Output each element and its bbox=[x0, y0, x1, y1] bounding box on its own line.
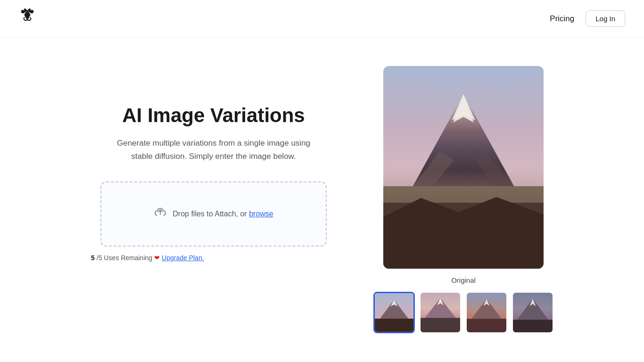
logo-icon bbox=[19, 8, 36, 29]
svg-rect-25 bbox=[513, 320, 553, 332]
left-panel: AI Image Variations Generate multiple va… bbox=[91, 66, 336, 262]
svg-rect-21 bbox=[467, 319, 506, 332]
main-image bbox=[383, 66, 544, 269]
thumbnail-1[interactable] bbox=[373, 292, 415, 333]
file-dropzone[interactable]: Drop files to Attach, or browse bbox=[100, 181, 327, 247]
browse-link[interactable]: browse bbox=[249, 210, 273, 218]
heart-icon: ❤ bbox=[154, 254, 160, 262]
thumbnail-2[interactable] bbox=[420, 292, 461, 333]
usage-remaining-text: /5 Uses Remaining bbox=[97, 254, 152, 262]
hero-subtitle: Generate multiple variations from a sing… bbox=[115, 137, 313, 162]
right-panel: Original bbox=[374, 66, 553, 333]
main-content: AI Image Variations Generate multiple va… bbox=[0, 38, 644, 362]
svg-point-0 bbox=[25, 15, 29, 19]
upgrade-link[interactable]: Upgrade Plan. bbox=[162, 254, 204, 262]
thumbnail-4[interactable] bbox=[512, 292, 553, 333]
navbar: Pricing Log In bbox=[0, 0, 644, 38]
svg-rect-13 bbox=[375, 319, 413, 332]
dropzone-content: Drop files to Attach, or browse bbox=[154, 206, 273, 222]
thumbnail-3[interactable] bbox=[466, 292, 507, 333]
login-button[interactable]: Log In bbox=[586, 10, 625, 27]
usage-line: 5 /5 Uses Remaining ❤ Upgrade Plan. bbox=[91, 254, 204, 262]
upload-icon bbox=[154, 206, 167, 222]
svg-rect-17 bbox=[421, 318, 460, 332]
image-label: Original bbox=[451, 276, 476, 284]
logo[interactable] bbox=[19, 8, 36, 29]
pricing-link[interactable]: Pricing bbox=[550, 14, 574, 24]
hero-title: AI Image Variations bbox=[122, 104, 305, 127]
thumbnails bbox=[373, 292, 553, 333]
usage-count: 5 bbox=[91, 254, 95, 262]
nav-right: Pricing Log In bbox=[550, 10, 625, 27]
dropzone-text: Drop files to Attach, or browse bbox=[173, 210, 273, 218]
